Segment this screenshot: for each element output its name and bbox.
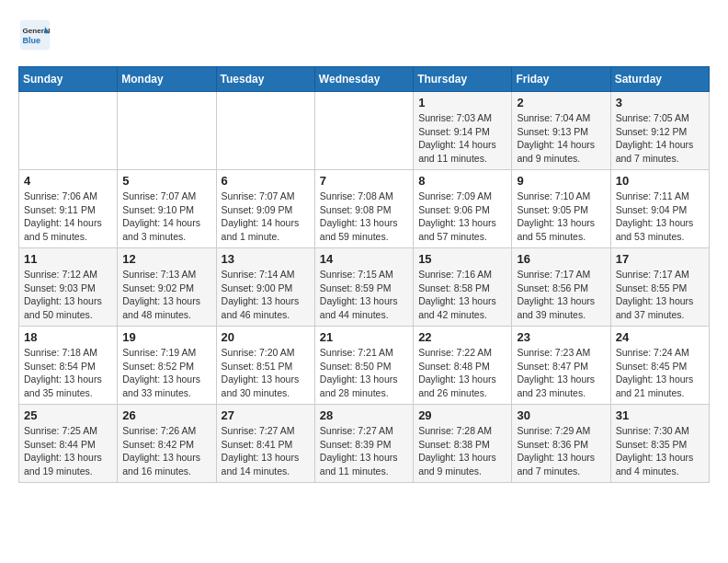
day-info: Sunrise: 7:22 AM Sunset: 8:48 PM Dayligh… [418,346,506,400]
day-info: Sunrise: 7:25 AM Sunset: 8:44 PM Dayligh… [24,424,112,478]
day-number: 5 [122,174,210,188]
day-number: 28 [320,408,408,422]
calendar-cell: 25Sunrise: 7:25 AM Sunset: 8:44 PM Dayli… [19,405,118,483]
calendar-cell: 3Sunrise: 7:05 AM Sunset: 9:12 PM Daylig… [610,92,709,170]
day-info: Sunrise: 7:03 AM Sunset: 9:14 PM Dayligh… [418,111,506,166]
day-number: 3 [616,96,704,109]
day-number: 22 [418,330,506,344]
day-info: Sunrise: 7:17 AM Sunset: 8:55 PM Dayligh… [616,268,704,322]
day-info: Sunrise: 7:23 AM Sunset: 8:47 PM Dayligh… [517,346,605,400]
day-info: Sunrise: 7:30 AM Sunset: 8:35 PM Dayligh… [616,424,704,478]
calendar-cell: 29Sunrise: 7:28 AM Sunset: 8:38 PM Dayli… [414,405,512,483]
calendar-cell: 23Sunrise: 7:23 AM Sunset: 8:47 PM Dayli… [512,327,610,405]
day-number: 21 [320,330,408,344]
day-number: 8 [418,174,506,188]
day-number: 2 [517,96,605,109]
calendar-cell: 8Sunrise: 7:09 AM Sunset: 9:06 PM Daylig… [414,170,512,248]
day-info: Sunrise: 7:14 AM Sunset: 9:00 PM Dayligh… [222,268,310,322]
day-number: 7 [320,174,408,188]
calendar-cell: 22Sunrise: 7:22 AM Sunset: 8:48 PM Dayli… [414,327,512,405]
calendar-cell: 19Sunrise: 7:19 AM Sunset: 8:52 PM Dayli… [118,327,216,405]
day-info: Sunrise: 7:24 AM Sunset: 8:45 PM Dayligh… [616,346,704,400]
weekday-header: Sunday [19,67,118,92]
weekday-header: Wednesday [314,67,413,92]
day-number: 14 [320,252,408,266]
day-number: 13 [222,252,310,266]
day-number: 18 [24,330,112,344]
day-number: 11 [24,252,112,266]
calendar-cell: 28Sunrise: 7:27 AM Sunset: 8:39 PM Dayli… [314,405,413,483]
calendar-week-row: 1Sunrise: 7:03 AM Sunset: 9:14 PM Daylig… [19,92,710,170]
calendar-cell: 5Sunrise: 7:07 AM Sunset: 9:10 PM Daylig… [118,170,216,248]
day-number: 15 [418,252,506,266]
day-info: Sunrise: 7:04 AM Sunset: 9:13 PM Dayligh… [517,111,605,166]
calendar-cell: 20Sunrise: 7:20 AM Sunset: 8:51 PM Dayli… [216,327,314,405]
weekday-header: Friday [512,67,610,92]
day-info: Sunrise: 7:21 AM Sunset: 8:50 PM Dayligh… [320,346,408,400]
day-info: Sunrise: 7:27 AM Sunset: 8:39 PM Dayligh… [320,424,408,478]
calendar-cell: 12Sunrise: 7:13 AM Sunset: 9:02 PM Dayli… [118,248,216,327]
day-info: Sunrise: 7:18 AM Sunset: 8:54 PM Dayligh… [24,346,112,400]
calendar-week-row: 4Sunrise: 7:06 AM Sunset: 9:11 PM Daylig… [19,170,710,248]
day-info: Sunrise: 7:16 AM Sunset: 8:58 PM Dayligh… [418,268,506,322]
day-info: Sunrise: 7:08 AM Sunset: 9:08 PM Dayligh… [320,190,408,244]
logo-icon: General Blue [18,18,51,52]
calendar-table: SundayMondayTuesdayWednesdayThursdayFrid… [18,66,710,483]
calendar-cell: 14Sunrise: 7:15 AM Sunset: 8:59 PM Dayli… [314,248,413,327]
day-info: Sunrise: 7:28 AM Sunset: 8:38 PM Dayligh… [418,424,506,478]
calendar-cell: 26Sunrise: 7:26 AM Sunset: 8:42 PM Dayli… [118,405,216,483]
calendar-cell: 9Sunrise: 7:10 AM Sunset: 9:05 PM Daylig… [512,170,610,248]
day-info: Sunrise: 7:05 AM Sunset: 9:12 PM Dayligh… [616,111,704,166]
day-info: Sunrise: 7:13 AM Sunset: 9:02 PM Dayligh… [122,268,210,322]
calendar-cell [19,92,118,170]
calendar-cell: 24Sunrise: 7:24 AM Sunset: 8:45 PM Dayli… [610,327,709,405]
calendar-cell: 31Sunrise: 7:30 AM Sunset: 8:35 PM Dayli… [610,405,709,483]
calendar-cell: 11Sunrise: 7:12 AM Sunset: 9:03 PM Dayli… [19,248,118,327]
day-number: 16 [517,252,605,266]
calendar-week-row: 18Sunrise: 7:18 AM Sunset: 8:54 PM Dayli… [19,327,710,405]
calendar-cell: 21Sunrise: 7:21 AM Sunset: 8:50 PM Dayli… [314,327,413,405]
day-number: 20 [222,330,310,344]
day-info: Sunrise: 7:19 AM Sunset: 8:52 PM Dayligh… [122,346,210,400]
calendar-cell [216,92,314,170]
day-number: 9 [517,174,605,188]
weekday-header: Thursday [414,67,512,92]
calendar-cell: 6Sunrise: 7:07 AM Sunset: 9:09 PM Daylig… [216,170,314,248]
logo: General Blue [18,18,57,52]
calendar-cell: 10Sunrise: 7:11 AM Sunset: 9:04 PM Dayli… [610,170,709,248]
day-info: Sunrise: 7:11 AM Sunset: 9:04 PM Dayligh… [616,190,704,244]
day-number: 10 [616,174,704,188]
calendar-week-row: 11Sunrise: 7:12 AM Sunset: 9:03 PM Dayli… [19,248,710,327]
weekday-header-row: SundayMondayTuesdayWednesdayThursdayFrid… [19,67,710,92]
calendar-cell: 30Sunrise: 7:29 AM Sunset: 8:36 PM Dayli… [512,405,610,483]
day-info: Sunrise: 7:26 AM Sunset: 8:42 PM Dayligh… [122,424,210,478]
day-number: 23 [517,330,605,344]
calendar-week-row: 25Sunrise: 7:25 AM Sunset: 8:44 PM Dayli… [19,405,710,483]
day-number: 26 [122,408,210,422]
day-info: Sunrise: 7:07 AM Sunset: 9:09 PM Dayligh… [222,190,310,244]
day-info: Sunrise: 7:07 AM Sunset: 9:10 PM Dayligh… [122,190,210,244]
calendar-cell [314,92,413,170]
calendar-cell: 7Sunrise: 7:08 AM Sunset: 9:08 PM Daylig… [314,170,413,248]
day-info: Sunrise: 7:06 AM Sunset: 9:11 PM Dayligh… [24,190,112,244]
day-info: Sunrise: 7:09 AM Sunset: 9:06 PM Dayligh… [418,190,506,244]
day-number: 25 [24,408,112,422]
calendar-cell: 4Sunrise: 7:06 AM Sunset: 9:11 PM Daylig… [19,170,118,248]
calendar-cell [118,92,216,170]
calendar-cell: 2Sunrise: 7:04 AM Sunset: 9:13 PM Daylig… [512,92,610,170]
day-info: Sunrise: 7:12 AM Sunset: 9:03 PM Dayligh… [24,268,112,322]
day-number: 12 [122,252,210,266]
weekday-header: Monday [118,67,216,92]
calendar-cell: 13Sunrise: 7:14 AM Sunset: 9:00 PM Dayli… [216,248,314,327]
day-number: 6 [222,174,310,188]
calendar-cell: 27Sunrise: 7:27 AM Sunset: 8:41 PM Dayli… [216,405,314,483]
day-info: Sunrise: 7:27 AM Sunset: 8:41 PM Dayligh… [222,424,310,478]
day-number: 17 [616,252,704,266]
day-number: 27 [222,408,310,422]
day-info: Sunrise: 7:17 AM Sunset: 8:56 PM Dayligh… [517,268,605,322]
day-number: 19 [122,330,210,344]
calendar-cell: 17Sunrise: 7:17 AM Sunset: 8:55 PM Dayli… [610,248,709,327]
day-info: Sunrise: 7:15 AM Sunset: 8:59 PM Dayligh… [320,268,408,322]
calendar-cell: 1Sunrise: 7:03 AM Sunset: 9:14 PM Daylig… [414,92,512,170]
svg-text:Blue: Blue [23,36,41,45]
